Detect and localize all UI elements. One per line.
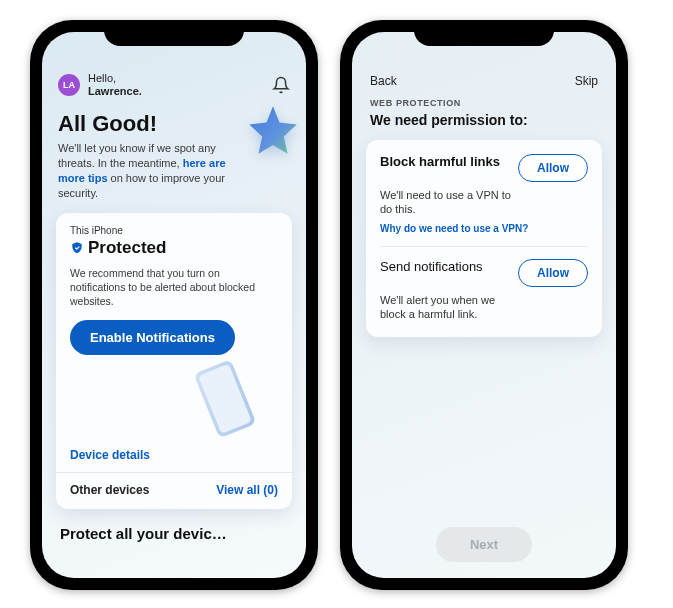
view-all-link[interactable]: View all (0) xyxy=(216,483,278,497)
notch xyxy=(414,20,554,46)
title-row: All Good! We'll let you know if we spot … xyxy=(56,105,292,200)
other-devices-row: Other devices View all (0) xyxy=(70,473,278,509)
greeting-block: Hello, Lawrence. xyxy=(88,72,264,97)
device-card: This iPhone Protected We recommend that … xyxy=(56,213,292,510)
vpn-why-link[interactable]: Why do we need to use a VPN? xyxy=(380,223,588,234)
avatar[interactable]: LA xyxy=(58,74,80,96)
perm-top-row: Block harmful links Allow xyxy=(380,154,588,182)
greeting-name: Lawrence. xyxy=(88,85,264,98)
shield-check-icon xyxy=(70,241,84,255)
skip-button[interactable]: Skip xyxy=(575,74,598,88)
other-devices-label: Other devices xyxy=(70,483,149,497)
phone-mockup-permissions: Back Skip WEB PROTECTION We need permiss… xyxy=(340,20,628,590)
perm-top-row: Send notifications Allow xyxy=(380,259,588,287)
home-content: LA Hello, Lawrence. All Good! We'll let … xyxy=(42,68,306,578)
protected-status: Protected xyxy=(88,238,166,258)
nav-row: Back Skip xyxy=(366,68,602,98)
screen-permissions: Back Skip WEB PROTECTION We need permiss… xyxy=(352,32,616,578)
bottom-teaser-heading: Protect all your devic… xyxy=(56,509,292,542)
enable-notifications-button[interactable]: Enable Notifications xyxy=(70,320,235,355)
bell-icon[interactable] xyxy=(272,76,290,94)
device-details-link[interactable]: Device details xyxy=(70,437,278,472)
screen-home: LA Hello, Lawrence. All Good! We'll let … xyxy=(42,32,306,578)
permission-block-notifications: Send notifications Allow We'll alert you… xyxy=(380,246,588,322)
permissions-content: Back Skip WEB PROTECTION We need permiss… xyxy=(352,68,616,578)
perm-desc-links: We'll need to use a VPN to do this. xyxy=(380,188,520,217)
back-button[interactable]: Back xyxy=(370,74,397,88)
header-row: LA Hello, Lawrence. xyxy=(56,68,292,105)
phone-illustration xyxy=(70,359,278,437)
notch xyxy=(104,20,244,46)
permissions-card: Block harmful links Allow We'll need to … xyxy=(366,140,602,337)
perm-title-notifications: Send notifications xyxy=(380,259,483,275)
card-description: We recommend that you turn on notificati… xyxy=(70,266,278,309)
greeting-hello: Hello, xyxy=(88,72,264,85)
allow-button-links[interactable]: Allow xyxy=(518,154,588,182)
page-subtitle: We'll let you know if we spot any threat… xyxy=(58,141,233,200)
permission-block-links: Block harmful links Allow We'll need to … xyxy=(380,154,588,246)
perm-title-links: Block harmful links xyxy=(380,154,500,170)
star-illustration xyxy=(246,103,300,157)
allow-button-notifications[interactable]: Allow xyxy=(518,259,588,287)
device-label: This iPhone xyxy=(70,225,278,236)
phone-mockup-home: LA Hello, Lawrence. All Good! We'll let … xyxy=(30,20,318,590)
protected-row: Protected xyxy=(70,238,278,258)
section-label: WEB PROTECTION xyxy=(366,98,602,108)
permissions-heading: We need permission to: xyxy=(366,108,602,140)
next-button[interactable]: Next xyxy=(436,527,532,562)
perm-desc-notifications: We'll alert you when we block a harmful … xyxy=(380,293,520,322)
